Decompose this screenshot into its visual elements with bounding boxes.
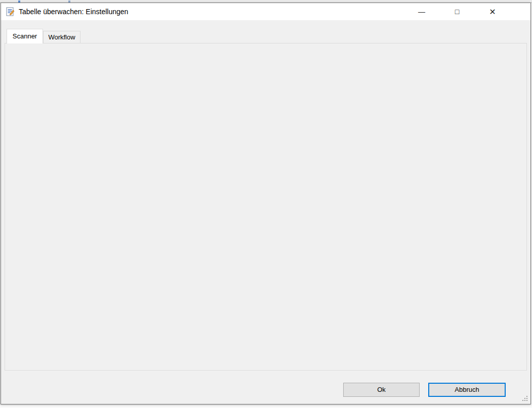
resize-grip[interactable] (522, 395, 528, 401)
window-controls: — □ ✕ (404, 3, 510, 20)
tab-scanner[interactable]: Scanner (7, 29, 43, 43)
settings-dialog: Tabelle überwachen: Einstellungen — □ ✕ … (1, 3, 531, 404)
ok-button[interactable]: Ok (343, 383, 420, 397)
scanner-tab-panel (5, 43, 527, 371)
dialog-icon (6, 7, 15, 17)
cancel-button[interactable]: Abbruch (428, 383, 506, 397)
tab-workflow[interactable]: Workflow (43, 31, 80, 43)
title-bar[interactable]: Tabelle überwachen: Einstellungen — □ ✕ (1, 3, 530, 20)
window-title: Tabelle überwachen: Einstellungen (19, 8, 128, 16)
minimize-button[interactable]: — (404, 3, 439, 20)
close-button[interactable]: ✕ (475, 3, 510, 20)
maximize-button[interactable]: □ (439, 3, 475, 20)
